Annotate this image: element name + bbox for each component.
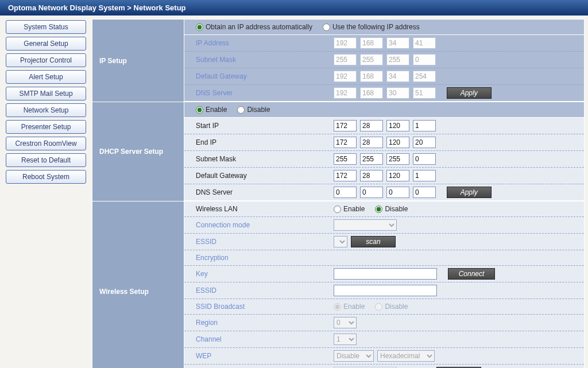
- ip-oct1: [334, 37, 357, 49]
- ip-oct4: [413, 37, 436, 49]
- nav-reboot-system[interactable]: Reboot System: [6, 170, 86, 184]
- nav-network-setup[interactable]: Network Setup: [6, 103, 86, 117]
- radio-dhcp-disable[interactable]: Disable: [237, 106, 270, 114]
- label-essid: ESSID: [196, 238, 334, 246]
- dhcp-apply-button[interactable]: Apply: [447, 187, 492, 198]
- ip-oct3: [386, 37, 409, 49]
- label-dhcp-subnet: Subnet Mask: [196, 155, 334, 163]
- label-ip-address: IP Address: [196, 39, 334, 47]
- panel-wireless: Wireless Setup Wireless LAN Enable Disab…: [92, 202, 585, 368]
- label-startip: Start IP: [196, 122, 334, 130]
- select-conn-mode: [334, 219, 397, 231]
- label-key: Key: [196, 270, 334, 278]
- dns-oct3: [386, 87, 409, 99]
- dns-oct1: [334, 87, 357, 99]
- label-endip: End IP: [196, 138, 334, 146]
- dhcp-sub-oct2[interactable]: [360, 153, 383, 165]
- label-ssid-broadcast: SSID Broadcast: [196, 303, 334, 311]
- subnet-oct1: [334, 54, 357, 65]
- startip-oct2[interactable]: [360, 120, 383, 131]
- breadcrumb: Optoma Network Display System > Network …: [0, 0, 588, 16]
- select-region: 0: [334, 317, 357, 328]
- label-dns: DNS Server: [196, 89, 334, 97]
- panel-dhcp: DHCP Server Setup Enable Disable Start I…: [92, 102, 585, 202]
- nav-smtp-mail-setup[interactable]: SMTP Mail Setup: [6, 87, 86, 100]
- radio-ssid-disable: Disable: [375, 303, 408, 311]
- endip-oct1[interactable]: [334, 137, 357, 148]
- panel-title-dhcp: DHCP Server Setup: [92, 102, 184, 201]
- radio-wlan-disable[interactable]: Disable: [375, 205, 408, 213]
- dhcp-dns-oct1[interactable]: [334, 187, 357, 198]
- radio-dhcp-enable[interactable]: Enable: [196, 106, 227, 114]
- sidebar: System Status General Setup Projector Co…: [0, 16, 92, 368]
- input-essid[interactable]: [334, 285, 437, 296]
- panel-title-ip: IP Setup: [92, 20, 184, 102]
- gw-oct3: [386, 71, 409, 82]
- radio-wlan-enable[interactable]: Enable: [334, 205, 365, 213]
- label-wlan: Wireless LAN: [196, 205, 334, 213]
- endip-oct4[interactable]: [413, 137, 436, 148]
- nav-presenter-setup[interactable]: Presenter Setup: [6, 120, 86, 134]
- select-wep-mode: Disable: [334, 350, 374, 362]
- label-channel: Channel: [196, 335, 334, 343]
- nav-crestron-roomview[interactable]: Crestron RoomView: [6, 137, 86, 150]
- connect-button[interactable]: Connect: [448, 268, 496, 280]
- select-essid: [334, 236, 347, 247]
- dhcp-sub-oct3[interactable]: [386, 153, 409, 165]
- dhcp-gw-oct1[interactable]: [334, 170, 357, 181]
- dhcp-dns-oct3[interactable]: [386, 187, 409, 198]
- gw-oct1: [334, 71, 357, 82]
- dns-oct4: [413, 87, 436, 99]
- subnet-oct4: [413, 54, 436, 65]
- label-dhcp-dns: DNS Server: [196, 188, 334, 196]
- scan-button[interactable]: scan: [351, 236, 396, 247]
- ip-oct2: [360, 37, 383, 49]
- dhcp-sub-oct1[interactable]: [334, 153, 357, 165]
- select-channel: 1: [334, 334, 357, 345]
- dhcp-gw-oct2[interactable]: [360, 170, 383, 181]
- radio-ip-auto[interactable]: Obtain an IP address automatically: [196, 23, 312, 31]
- radio-ip-manual[interactable]: Use the following IP address: [323, 23, 420, 31]
- radio-ssid-enable: Enable: [334, 303, 365, 311]
- main-content: IP Setup Obtain an IP address automatica…: [92, 16, 588, 368]
- label-subnet: Subnet Mask: [196, 56, 334, 64]
- nav-alert-setup[interactable]: Alert Setup: [6, 70, 86, 84]
- ip-apply-button[interactable]: Apply: [447, 87, 492, 99]
- gw-oct2: [360, 71, 383, 82]
- endip-oct2[interactable]: [360, 137, 383, 148]
- startip-oct4[interactable]: [413, 120, 436, 131]
- subnet-oct3: [386, 54, 409, 65]
- startip-oct3[interactable]: [386, 120, 409, 131]
- label-wep: WEP: [196, 352, 334, 360]
- nav-system-status[interactable]: System Status: [6, 20, 86, 34]
- endip-oct3[interactable]: [386, 137, 409, 148]
- label-conn-mode: Connection mode: [196, 221, 334, 229]
- nav-projector-control[interactable]: Projector Control: [6, 53, 86, 67]
- panel-title-wireless: Wireless Setup: [92, 202, 184, 368]
- label-encryption: Encryption: [196, 254, 334, 262]
- dhcp-dns-oct2[interactable]: [360, 187, 383, 198]
- label-essid2: ESSID: [196, 286, 334, 295]
- label-gateway: Default Gateway: [196, 72, 334, 80]
- dhcp-dns-oct4[interactable]: [413, 187, 436, 198]
- dns-oct2: [360, 87, 383, 99]
- panel-ip-setup: IP Setup Obtain an IP address automatica…: [92, 19, 585, 102]
- startip-oct1[interactable]: [334, 120, 357, 131]
- select-wep-fmt: Hexadecimal: [377, 350, 435, 362]
- label-region: Region: [196, 319, 334, 327]
- subnet-oct2: [360, 54, 383, 65]
- gw-oct4: [413, 71, 436, 82]
- nav-reset-to-default[interactable]: Reset to Default: [6, 153, 86, 167]
- dhcp-gw-oct3[interactable]: [386, 170, 409, 181]
- nav-general-setup[interactable]: General Setup: [6, 37, 86, 51]
- dhcp-gw-oct4[interactable]: [413, 170, 436, 181]
- input-key[interactable]: [334, 268, 437, 280]
- dhcp-sub-oct4[interactable]: [413, 153, 436, 165]
- label-dhcp-gateway: Default Gateway: [196, 172, 334, 180]
